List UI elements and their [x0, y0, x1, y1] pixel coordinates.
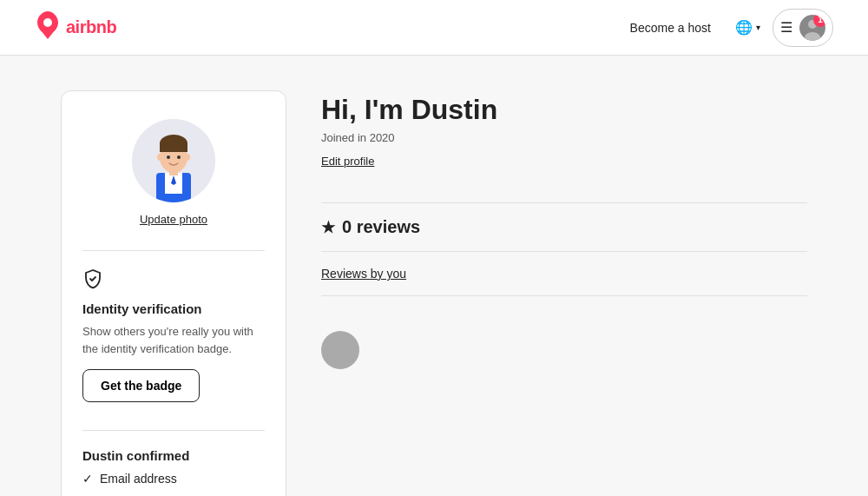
shield-icon	[82, 268, 103, 294]
svg-point-13	[157, 154, 162, 161]
user-menu-button[interactable]: ☰ 1	[773, 9, 833, 47]
reviews-count: 0 reviews	[342, 217, 420, 237]
confirmed-email-label: Email address	[100, 472, 177, 486]
globe-icon: 🌐	[735, 19, 753, 36]
identity-verification-desc: Show others you're really you with the i…	[82, 323, 265, 357]
star-icon: ★	[321, 218, 335, 237]
become-host-button[interactable]: Become a host	[618, 12, 723, 43]
get-badge-button[interactable]: Get the badge	[82, 369, 200, 402]
section-divider-1	[321, 202, 807, 203]
avatar-wrapper	[132, 119, 215, 202]
header-actions: Become a host 🌐 ▾ ☰ 1	[618, 9, 833, 47]
card-divider-2	[82, 430, 265, 431]
notification-badge: 1	[813, 15, 825, 27]
profile-avatar	[132, 119, 215, 202]
profile-joined: Joined in 2020	[321, 131, 807, 144]
avatar: 1	[799, 15, 825, 41]
reviews-section: ★ 0 reviews Reviews by you	[321, 217, 807, 369]
profile-greeting: Hi, I'm Dustin	[321, 94, 807, 126]
profile-main: Hi, I'm Dustin Joined in 2020 Edit profi…	[321, 90, 807, 369]
card-divider-1	[82, 250, 265, 251]
reviews-by-you-button[interactable]: Reviews by you	[321, 267, 406, 281]
chevron-down-icon: ▾	[756, 23, 760, 32]
section-divider-3	[321, 295, 807, 296]
update-photo-button[interactable]: Update photo	[140, 209, 207, 229]
airbnb-logo-icon	[35, 11, 61, 43]
section-divider-2	[321, 251, 807, 252]
identity-verification-section: Identity verification Show others you're…	[82, 268, 265, 402]
edit-profile-button[interactable]: Edit profile	[321, 155, 374, 168]
confirmed-title: Dustin confirmed	[82, 448, 265, 463]
confirmed-section: Dustin confirmed ✓ Email address	[82, 430, 265, 486]
hamburger-icon: ☰	[780, 19, 792, 36]
loading-placeholder	[321, 331, 359, 369]
confirmed-email-item: ✓ Email address	[82, 472, 265, 486]
check-icon: ✓	[82, 472, 93, 486]
identity-verification-title: Identity verification	[82, 301, 202, 316]
header: airbnb Become a host 🌐 ▾ ☰ 1	[0, 0, 868, 56]
profile-card: Update photo Identity verification Show …	[61, 90, 286, 496]
svg-point-12	[177, 155, 181, 159]
logo[interactable]: airbnb	[35, 11, 116, 43]
logo-text: airbnb	[66, 17, 116, 37]
language-selector-button[interactable]: 🌐 ▾	[727, 10, 769, 44]
reviews-heading: ★ 0 reviews	[321, 217, 807, 237]
svg-point-11	[167, 155, 170, 159]
svg-rect-10	[160, 143, 187, 152]
svg-point-14	[185, 154, 190, 161]
main-content: Update photo Identity verification Show …	[43, 56, 825, 496]
